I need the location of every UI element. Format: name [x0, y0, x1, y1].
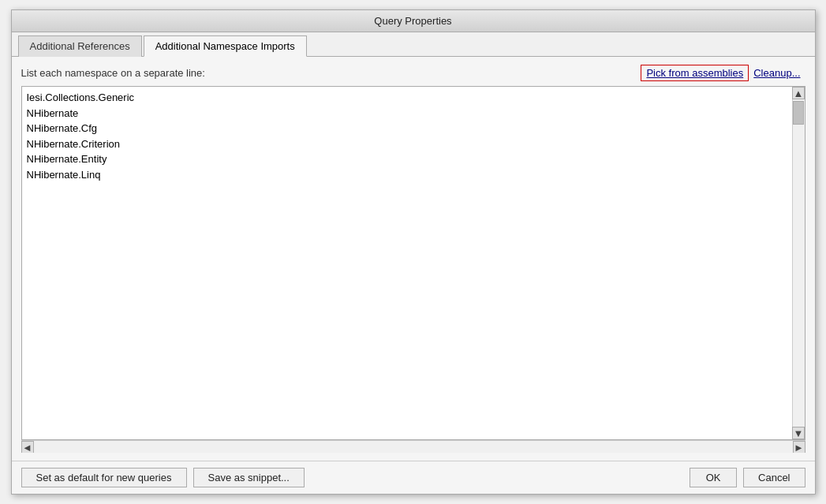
dialog-content: List each namespace on a separate line: …	[12, 57, 815, 461]
namespace-textarea[interactable]: Iesi.Collections.Generic NHibernate NHib…	[22, 87, 792, 439]
title-bar: Query Properties	[12, 10, 815, 32]
footer-left: Set as default for new queries Save as s…	[21, 468, 305, 487]
scroll-down-arrow[interactable]: ▼	[792, 427, 805, 439]
toolbar-row: List each namespace on a separate line: …	[21, 65, 805, 81]
tab-additional-namespace-imports[interactable]: Additional Namespace Imports	[144, 35, 307, 57]
toolbar-links: Pick from assemblies Cleanup...	[641, 65, 805, 81]
footer-right: OK Cancel	[690, 468, 805, 487]
set-as-default-button[interactable]: Set as default for new queries	[21, 468, 187, 487]
scroll-left-arrow[interactable]: ◄	[21, 441, 34, 453]
footer-bar: Set as default for new queries Save as s…	[12, 461, 815, 494]
cancel-button[interactable]: Cancel	[743, 468, 805, 487]
horizontal-scrollbar: ◄ ►	[21, 440, 805, 453]
tabs-bar: Additional References Additional Namespa…	[12, 32, 815, 57]
dialog-title: Query Properties	[374, 15, 451, 27]
scroll-up-arrow[interactable]: ▲	[792, 87, 805, 99]
tab-additional-references[interactable]: Additional References	[18, 35, 142, 57]
ok-button[interactable]: OK	[690, 468, 737, 487]
vertical-scrollbar: ▲ ▼	[792, 87, 805, 439]
scroll-thumb-v[interactable]	[793, 101, 804, 125]
textarea-inner: Iesi.Collections.Generic NHibernate NHib…	[21, 86, 805, 440]
description-label: List each namespace on a separate line:	[21, 67, 205, 79]
scroll-right-arrow[interactable]: ►	[793, 441, 805, 453]
query-properties-dialog: Query Properties Additional References A…	[11, 9, 816, 495]
pick-from-assemblies-button[interactable]: Pick from assemblies	[641, 65, 749, 81]
save-as-snippet-button[interactable]: Save as snippet...	[193, 468, 305, 487]
namespace-editor-container: Iesi.Collections.Generic NHibernate NHib…	[21, 86, 805, 453]
hscroll-track	[34, 441, 793, 453]
cleanup-button[interactable]: Cleanup...	[749, 65, 805, 81]
